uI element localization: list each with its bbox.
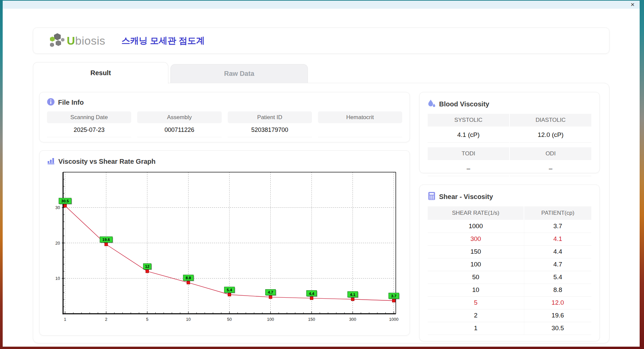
- shear-rate-cell: 2: [428, 309, 524, 322]
- header-card: Ubiosis 스캐닝 모세관 점도계: [33, 28, 609, 54]
- table-row: 10003.7: [428, 220, 591, 233]
- field-value: 2025-07-23: [47, 123, 131, 137]
- svg-text:8.8: 8.8: [186, 276, 192, 280]
- graph-card: Viscosity vs Shear Rate Graph 1251050100…: [39, 150, 410, 336]
- data-point-marker: [228, 293, 231, 296]
- patient-viscosity-cell: 4.7: [524, 258, 591, 271]
- svg-text:12: 12: [145, 264, 150, 268]
- field-label: Hematocrit: [318, 111, 402, 123]
- page-title: 스캐닝 모세관 점도계: [121, 35, 205, 47]
- blood-viscosity-metrics: SYSTOLICDIASTOLIC4.1 (cP)12.0 (cP)TODIOD…: [428, 114, 591, 176]
- main-content: Ubiosis 스캐닝 모세관 점도계 Result Raw Data: [3, 9, 640, 347]
- svg-text:30.5: 30.5: [61, 199, 69, 203]
- shear-viscosity-table: SHEAR RATE(1/s) PATIENT(cp) 10003.73004.…: [428, 206, 591, 335]
- svg-text:19.6: 19.6: [102, 238, 110, 242]
- data-point-marker: [105, 243, 108, 246]
- svg-text:30: 30: [55, 205, 60, 210]
- patient-viscosity-cell: 12.0: [524, 296, 591, 309]
- graph-title: Viscosity vs Shear Rate Graph: [58, 158, 156, 165]
- result-panel: File Info Scanning Date2025-07-23Assembl…: [33, 83, 609, 343]
- field-value: 52038179700: [228, 123, 312, 137]
- data-point-marker: [269, 296, 272, 299]
- table-row: 108.8: [428, 284, 591, 296]
- calculator-icon: [428, 192, 436, 202]
- shear-rate-cell: 1000: [428, 220, 524, 233]
- svg-text:5: 5: [146, 317, 149, 322]
- field-value: 000711226: [137, 123, 221, 137]
- table-row: 219.6: [428, 309, 591, 322]
- shear-rate-cell: 50: [428, 271, 524, 284]
- metric-label-systolic: SYSTOLIC: [428, 114, 509, 127]
- table-row: 512.0: [428, 296, 591, 309]
- close-icon: ✕: [631, 2, 635, 8]
- metric-label-todi: TODI: [428, 147, 509, 160]
- shear-rate-cell: 300: [428, 233, 524, 245]
- field-label: Patient ID: [228, 111, 312, 123]
- svg-text:300: 300: [349, 317, 356, 322]
- shear-viscosity-card: Shear - Viscosity SHEAR RATE(1/s) PATIEN…: [419, 185, 600, 341]
- table-row: 130.5: [428, 322, 591, 335]
- info-icon: [47, 98, 55, 107]
- tab-result[interactable]: Result: [33, 62, 168, 84]
- svg-text:5.4: 5.4: [227, 288, 232, 292]
- svg-text:20: 20: [55, 241, 60, 246]
- file-info-fields: Scanning Date2025-07-23Assembly000711226…: [47, 111, 402, 137]
- file-info-card: File Info Scanning Date2025-07-23Assembl…: [39, 92, 410, 142]
- metric-value-diastolic: 12.0 (cP): [510, 127, 591, 143]
- patient-viscosity-cell: 30.5: [524, 322, 591, 335]
- file-info-field-assembly: Assembly000711226: [137, 111, 221, 137]
- app-window: ✕ Ubiosis 스캐닝 모세관 점도계 Result: [3, 1, 640, 347]
- blood-viscosity-card: Blood Viscosity SYSTOLICDIASTOLIC4.1 (cP…: [419, 92, 600, 173]
- column-header-patient: PATIENT(cp): [524, 206, 591, 220]
- metric-label-odi: ODI: [510, 147, 591, 160]
- viscosity-chart: 1251050100150300100010203030.519.6128.85…: [47, 170, 402, 329]
- data-point-marker: [146, 270, 149, 273]
- blood-viscosity-title: Blood Viscosity: [439, 100, 489, 108]
- tab-raw-data[interactable]: Raw Data: [170, 64, 308, 83]
- patient-viscosity-cell: 4.1: [524, 233, 591, 245]
- close-button[interactable]: ✕: [629, 2, 636, 8]
- shear-rate-cell: 100: [428, 258, 524, 271]
- data-point-marker: [351, 298, 354, 301]
- data-point-marker: [392, 299, 395, 302]
- field-label: Assembly: [137, 111, 221, 123]
- svg-text:150: 150: [308, 317, 315, 322]
- file-info-field-scanning-date: Scanning Date2025-07-23: [47, 111, 131, 137]
- svg-text:10: 10: [55, 276, 60, 281]
- ubiosis-logo-icon: [47, 32, 65, 49]
- droplet-icon: [428, 99, 436, 109]
- metric-label-diastolic: DIASTOLIC: [510, 114, 591, 127]
- shear-rate-cell: 5: [428, 296, 524, 309]
- file-info-field-patient-id: Patient ID52038179700: [228, 111, 312, 137]
- metric-value-systolic: 4.1 (cP): [428, 127, 509, 143]
- file-info-field-hematocrit: Hematocrit: [318, 111, 402, 137]
- svg-text:4.7: 4.7: [268, 290, 273, 294]
- table-row: 3004.1: [428, 233, 591, 245]
- ubiosis-logo: Ubiosis: [47, 32, 105, 49]
- svg-text:100: 100: [267, 317, 274, 322]
- metric-value-todi: –: [428, 161, 509, 176]
- table-row: 1504.4: [428, 245, 591, 258]
- svg-text:2: 2: [105, 317, 107, 322]
- data-point-marker: [310, 297, 313, 300]
- column-header-shear-rate: SHEAR RATE(1/s): [428, 206, 524, 220]
- patient-viscosity-cell: 19.6: [524, 309, 591, 322]
- data-point-marker: [64, 204, 67, 207]
- shear-rate-cell: 1: [428, 322, 524, 335]
- svg-text:4.1: 4.1: [350, 293, 356, 297]
- patient-viscosity-cell: 4.4: [524, 245, 591, 258]
- window-titlebar: ✕: [3, 1, 640, 9]
- patient-viscosity-cell: 8.8: [524, 284, 591, 296]
- svg-text:1: 1: [64, 317, 66, 322]
- table-row: 1004.7: [428, 258, 591, 271]
- table-row: 505.4: [428, 271, 591, 284]
- patient-viscosity-cell: 5.4: [524, 271, 591, 284]
- file-info-title: File Info: [58, 99, 84, 106]
- tab-bar: Result Raw Data: [33, 62, 609, 83]
- shear-rate-cell: 150: [428, 245, 524, 258]
- shear-viscosity-title: Shear - Viscosity: [439, 193, 493, 201]
- shear-rate-cell: 10: [428, 284, 524, 296]
- logo-text: Ubiosis: [67, 34, 105, 47]
- svg-text:10: 10: [186, 317, 191, 322]
- svg-text:1000: 1000: [389, 317, 398, 322]
